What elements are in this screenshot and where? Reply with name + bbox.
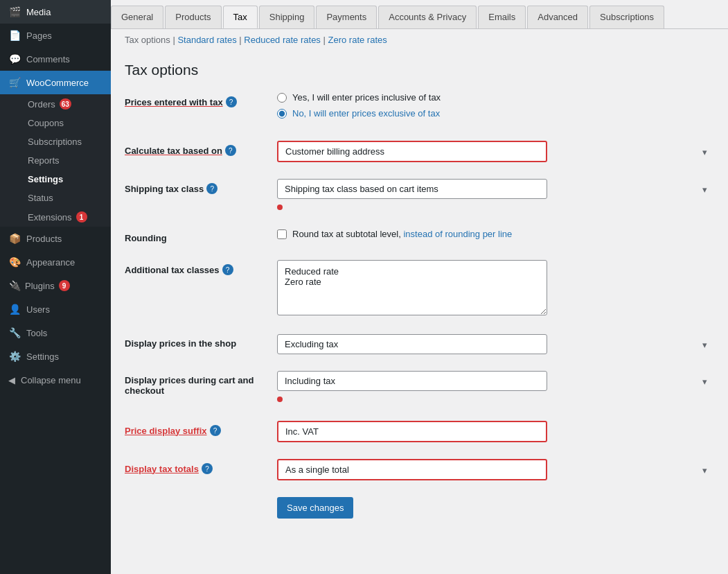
price-display-suffix-control: [277, 421, 714, 442]
users-icon: 👤: [8, 303, 21, 315]
shipping-tax-class-row: Shipping tax class ? Shipping tax class …: [125, 179, 714, 212]
tab-emails[interactable]: Emails: [478, 6, 526, 28]
shipping-tax-label-wrapper: Shipping tax class ?: [125, 179, 277, 194]
display-tax-totals-help-icon[interactable]: ?: [202, 463, 213, 474]
additional-tax-textarea[interactable]: Reduced rate Zero rate: [277, 260, 547, 315]
display-prices-cart-row: Display prices during cart and checkout …: [125, 371, 714, 404]
price-display-suffix-input[interactable]: [277, 421, 547, 442]
shipping-tax-help-icon[interactable]: ?: [206, 183, 217, 194]
breadcrumb-zero-rates[interactable]: Zero rate rates: [328, 35, 387, 45]
prices-entered-control: Yes, I will enter prices inclusive of ta…: [277, 92, 714, 124]
tab-subscriptions[interactable]: Subscriptions: [589, 6, 664, 28]
display-prices-cart-label-wrapper: Display prices during cart and checkout: [125, 371, 277, 396]
display-prices-cart-select[interactable]: Including tax Excluding tax: [277, 371, 547, 391]
rounding-checkbox-label[interactable]: Round tax at subtotal level, instead of …: [277, 229, 714, 239]
sidebar-item-comments[interactable]: 💬 Comments: [0, 47, 111, 71]
display-prices-shop-row: Display prices in the shop Excluding tax…: [125, 334, 714, 354]
tab-payments[interactable]: Payments: [316, 6, 377, 28]
calculate-tax-help-icon[interactable]: ?: [225, 145, 236, 156]
sidebar-item-extensions[interactable]: Extensions 1: [0, 207, 111, 227]
shipping-tax-select[interactable]: Shipping tax class based on cart items S…: [277, 179, 547, 199]
display-tax-totals-label: Display tax totals: [125, 464, 199, 474]
sidebar-item-coupons[interactable]: Coupons: [0, 114, 111, 132]
prices-entered-label-wrapper: Prices entered with tax ?: [125, 92, 277, 107]
sidebar-item-status[interactable]: Status: [0, 189, 111, 207]
pages-icon: 📄: [8, 29, 21, 42]
radio-inclusive-input[interactable]: [277, 93, 287, 103]
rounding-label-wrapper: Rounding: [125, 229, 277, 243]
calculate-tax-select[interactable]: Customer billing address Shop base addre…: [277, 141, 547, 162]
additional-tax-classes-row: Additional tax classes ? Reduced rate Ze…: [125, 260, 714, 318]
additional-tax-label-wrapper: Additional tax classes ?: [125, 260, 277, 275]
tab-accounts-privacy[interactable]: Accounts & Privacy: [378, 6, 477, 28]
shipping-tax-select-wrapper: Shipping tax class based on cart items S…: [277, 179, 714, 199]
sidebar-item-reports[interactable]: Reports: [0, 151, 111, 170]
rounding-text: Round tax at subtotal level, instead of …: [292, 229, 512, 239]
additional-tax-help-icon[interactable]: ?: [222, 264, 233, 275]
rounding-checkbox[interactable]: [277, 229, 287, 239]
additional-tax-label: Additional tax classes: [125, 265, 220, 275]
sidebar-item-woocommerce[interactable]: 🛒 WooCommerce: [0, 71, 111, 94]
tab-advanced[interactable]: Advanced: [527, 6, 588, 28]
display-prices-shop-select[interactable]: Excluding tax Including tax: [277, 334, 547, 354]
appearance-icon: 🎨: [8, 256, 21, 268]
tab-tax[interactable]: Tax: [223, 6, 258, 28]
display-tax-totals-select-wrapper: As a single total Itemized: [277, 459, 714, 480]
radio-inclusive[interactable]: Yes, I will enter prices inclusive of ta…: [277, 92, 714, 103]
sidebar-item-site-settings[interactable]: ⚙️ Settings: [0, 345, 111, 368]
sidebar-label-woocommerce: WooCommerce: [26, 78, 89, 88]
orders-badge: 63: [60, 98, 71, 110]
sidebar-item-settings[interactable]: Settings: [0, 170, 111, 189]
display-prices-shop-control: Excluding tax Including tax: [277, 334, 714, 354]
sidebar-item-orders[interactable]: Orders 63: [0, 94, 111, 114]
sidebar-item-subscriptions[interactable]: Subscriptions: [0, 132, 111, 151]
extensions-badge: 1: [76, 211, 87, 223]
prices-entered-help-icon[interactable]: ?: [226, 96, 237, 107]
tab-shipping[interactable]: Shipping: [259, 6, 315, 28]
calculate-tax-select-wrapper: Customer billing address Shop base addre…: [277, 141, 714, 162]
breadcrumb: Tax options | Standard rates | Reduced r…: [111, 29, 728, 51]
breadcrumb-standard-rates[interactable]: Standard rates: [177, 35, 236, 45]
prices-entered-label: Prices entered with tax: [125, 97, 223, 107]
tab-general[interactable]: General: [111, 6, 163, 28]
rounding-link: instead of rounding per line: [403, 229, 512, 239]
display-prices-cart-label: Display prices during cart and checkout: [125, 375, 254, 396]
tab-products[interactable]: Products: [165, 6, 221, 28]
sidebar-item-users[interactable]: 👤 Users: [0, 297, 111, 321]
collapse-menu[interactable]: ◀ Collapse menu: [0, 368, 111, 392]
sidebar-label-site-settings: Settings: [26, 351, 59, 362]
calculate-tax-label: Calculate tax based on: [125, 146, 222, 156]
display-prices-shop-select-wrapper: Excluding tax Including tax: [277, 334, 714, 354]
sidebar-item-products[interactable]: 📦 Products: [0, 227, 111, 250]
save-button[interactable]: Save changes: [277, 497, 353, 519]
sidebar-item-tools[interactable]: 🔧 Tools: [0, 321, 111, 345]
subscriptions-label: Subscriptions: [28, 137, 82, 147]
sidebar-item-plugins[interactable]: 🔌 Plugins 9: [0, 274, 111, 297]
plugins-icon: 🔌: [8, 279, 21, 292]
sidebar-item-media[interactable]: 🎬 Media: [0, 0, 111, 24]
rounding-row: Rounding Round tax at subtotal level, in…: [125, 229, 714, 243]
coupons-label: Coupons: [28, 118, 64, 128]
shipping-tax-dot-wrapper: [277, 202, 714, 212]
rounding-control: Round tax at subtotal level, instead of …: [277, 229, 714, 239]
display-prices-cart-select-wrapper: Including tax Excluding tax: [277, 371, 714, 391]
display-tax-totals-select[interactable]: As a single total Itemized: [277, 459, 547, 480]
price-display-suffix-help-icon[interactable]: ?: [210, 425, 221, 436]
radio-exclusive-input[interactable]: [277, 109, 287, 119]
sidebar-label-products: Products: [26, 234, 62, 244]
reports-label: Reports: [28, 155, 60, 166]
sidebar-item-appearance[interactable]: 🎨 Appearance: [0, 250, 111, 274]
sidebar-label-comments: Comments: [26, 54, 70, 64]
shipping-tax-label: Shipping tax class: [125, 184, 204, 194]
sidebar-item-pages[interactable]: 📄 Pages: [0, 24, 111, 47]
shipping-tax-red-dot: [277, 205, 283, 210]
display-prices-shop-label: Display prices in the shop: [125, 338, 236, 349]
plugins-badge: 9: [59, 280, 70, 291]
site-settings-icon: ⚙️: [8, 350, 21, 363]
display-tax-totals-label-wrapper: Display tax totals ?: [125, 459, 277, 474]
additional-tax-control: Reduced rate Zero rate: [277, 260, 714, 318]
radio-exclusive[interactable]: No, I will enter prices exclusive of tax: [277, 108, 714, 119]
content-area: Tax options Prices entered with tax ? Ye…: [111, 51, 728, 546]
media-icon: 🎬: [8, 6, 21, 18]
breadcrumb-reduced-rates[interactable]: Reduced rate rates: [244, 35, 321, 45]
